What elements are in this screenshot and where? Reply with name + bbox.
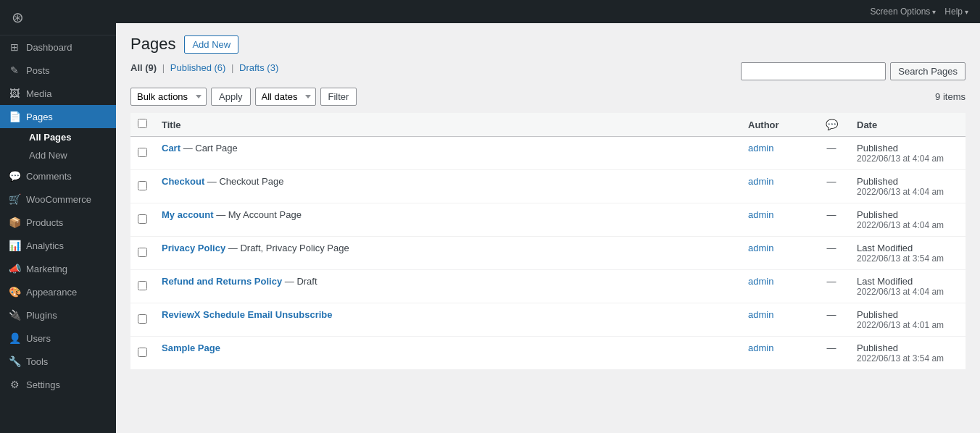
- tools-icon: 🔧: [9, 356, 20, 367]
- page-title-link[interactable]: Refund and Returns Policy: [162, 276, 282, 287]
- row-date-cell: Last Modified 2022/06/13 at 3:54 am: [850, 237, 966, 270]
- row-date-cell: Published 2022/06/13 at 3:54 am: [850, 337, 966, 370]
- woocommerce-icon: 🛒: [9, 193, 20, 205]
- page-title-link[interactable]: Sample Page: [162, 342, 220, 353]
- author-link[interactable]: admin: [748, 342, 773, 353]
- sidebar-item-dashboard[interactable]: ⊞ Dashboard: [0, 35, 116, 59]
- sidebar-item-plugins[interactable]: 🔌 Plugins: [0, 303, 116, 327]
- row-comments-cell: —: [813, 270, 850, 303]
- sidebar-item-comments[interactable]: 💬 Comments: [0, 164, 116, 188]
- author-link[interactable]: admin: [748, 176, 773, 187]
- page-title-link[interactable]: ReviewX Schedule Email Unsubscribe: [162, 309, 333, 320]
- row-checkbox-cell: [130, 170, 154, 203]
- sidebar-item-label: Marketing: [26, 264, 67, 274]
- sidebar-item-posts[interactable]: ✎ Posts: [0, 59, 116, 82]
- date-value: 2022/06/13 at 3:54 am: [857, 253, 958, 264]
- page-title-link[interactable]: Privacy Policy: [162, 243, 225, 253]
- select-all-checkbox[interactable]: [138, 119, 147, 128]
- sidebar-item-label: Posts: [26, 65, 50, 76]
- author-link[interactable]: admin: [748, 276, 773, 287]
- row-checkbox[interactable]: [138, 148, 147, 157]
- sidebar-item-tools[interactable]: 🔧 Tools: [0, 350, 116, 373]
- sidebar-item-marketing[interactable]: 📣 Marketing: [0, 257, 116, 280]
- author-link[interactable]: admin: [748, 243, 773, 253]
- page-title-suffix: — Draft: [285, 276, 317, 287]
- help-caret-icon: ▾: [965, 8, 968, 16]
- filter-links: All (9) | Published (6) | Drafts (3): [130, 62, 278, 73]
- row-checkbox-cell: [130, 270, 154, 303]
- date-value: 2022/06/13 at 4:04 am: [857, 220, 958, 230]
- filter-drafts-link[interactable]: Drafts (3): [239, 62, 278, 73]
- date-status: Published: [857, 309, 958, 320]
- row-checkbox-cell: [130, 337, 154, 370]
- row-title-cell: Refund and Returns Policy — Draft: [154, 270, 741, 303]
- row-checkbox[interactable]: [138, 181, 147, 190]
- page-title-link[interactable]: My account: [162, 209, 214, 220]
- row-comments-cell: —: [813, 137, 850, 170]
- search-pages-button[interactable]: Search Pages: [890, 62, 966, 80]
- add-new-button[interactable]: Add New: [184, 35, 238, 54]
- row-author-cell: admin: [741, 303, 813, 337]
- screen-options-label: Screen Options: [871, 7, 931, 17]
- filter-button[interactable]: Filter: [320, 88, 357, 106]
- row-comments-cell: —: [813, 203, 850, 237]
- date-value: 2022/06/13 at 4:04 am: [857, 154, 958, 164]
- table-row: ReviewX Schedule Email Unsubscribe admin…: [130, 303, 966, 337]
- sidebar-item-pages[interactable]: 📄 Pages: [0, 105, 116, 128]
- row-checkbox[interactable]: [138, 314, 147, 324]
- sidebar-arrow-icon: [110, 112, 116, 121]
- sidebar-sub-item-all-pages[interactable]: All Pages: [20, 128, 116, 146]
- row-comments-cell: —: [813, 337, 850, 370]
- page-title: Pages: [130, 35, 175, 54]
- sidebar-item-label: Analytics: [26, 240, 64, 251]
- screen-options-button[interactable]: Screen Options ▾: [871, 7, 937, 17]
- page-title-link[interactable]: Cart: [162, 143, 180, 154]
- sidebar-item-products[interactable]: 📦 Products: [0, 211, 116, 234]
- row-checkbox[interactable]: [138, 348, 147, 357]
- row-comments-cell: —: [813, 237, 850, 270]
- sidebar-item-analytics[interactable]: 📊 Analytics: [0, 234, 116, 257]
- sidebar-item-media[interactable]: 🖼 Media: [0, 82, 116, 105]
- row-author-cell: admin: [741, 203, 813, 237]
- help-button[interactable]: Help ▾: [944, 7, 968, 17]
- row-title-cell: My account — My Account Page: [154, 203, 741, 237]
- sidebar-item-appearance[interactable]: 🎨 Appearance: [0, 280, 116, 303]
- date-value: 2022/06/13 at 4:04 am: [857, 287, 958, 297]
- sidebar-item-users[interactable]: 👤 Users: [0, 327, 116, 350]
- row-comments-cell: —: [813, 170, 850, 203]
- all-dates-dropdown[interactable]: All dates: [255, 88, 316, 106]
- row-title-cell: Checkout — Checkout Page: [154, 170, 741, 203]
- users-icon: 👤: [9, 332, 20, 344]
- row-checkbox[interactable]: [138, 214, 147, 224]
- sidebar-item-settings[interactable]: ⚙ Settings: [0, 373, 116, 396]
- th-title[interactable]: Title: [154, 113, 741, 137]
- row-checkbox[interactable]: [138, 281, 147, 290]
- author-link[interactable]: admin: [748, 309, 773, 320]
- sidebar-item-label: Comments: [26, 171, 72, 182]
- filter-all-link[interactable]: All (9): [130, 62, 159, 73]
- th-author[interactable]: Author: [741, 113, 813, 137]
- settings-icon: ⚙: [9, 379, 20, 390]
- toolbar-left: Bulk actions Apply All dates Filter: [130, 88, 929, 106]
- filter-published-link[interactable]: Published (6): [170, 62, 228, 73]
- row-checkbox[interactable]: [138, 248, 147, 257]
- search-pages-input[interactable]: [741, 62, 886, 80]
- author-link[interactable]: admin: [748, 143, 773, 154]
- date-status: Published: [857, 143, 958, 154]
- th-date[interactable]: Date: [850, 113, 966, 137]
- table-row: Refund and Returns Policy — Draft admin …: [130, 270, 966, 303]
- row-author-cell: admin: [741, 337, 813, 370]
- apply-button[interactable]: Apply: [211, 88, 251, 106]
- sidebar-sub-item-add-new[interactable]: Add New: [20, 146, 116, 164]
- sidebar-item-woocommerce[interactable]: 🛒 WooCommerce: [0, 188, 116, 211]
- wp-logo-icon: ⊛: [12, 9, 24, 26]
- main-area: Screen Options ▾ Help ▾ Pages Add New Al…: [116, 0, 980, 433]
- author-link[interactable]: admin: [748, 209, 773, 220]
- date-status: Published: [857, 209, 958, 220]
- page-title-link[interactable]: Checkout: [162, 176, 204, 187]
- date-status: Published: [857, 176, 958, 187]
- page-title-suffix: — Draft, Privacy Policy Page: [228, 243, 349, 253]
- row-author-cell: admin: [741, 270, 813, 303]
- th-checkbox: [130, 113, 154, 137]
- bulk-actions-dropdown[interactable]: Bulk actions: [130, 88, 207, 106]
